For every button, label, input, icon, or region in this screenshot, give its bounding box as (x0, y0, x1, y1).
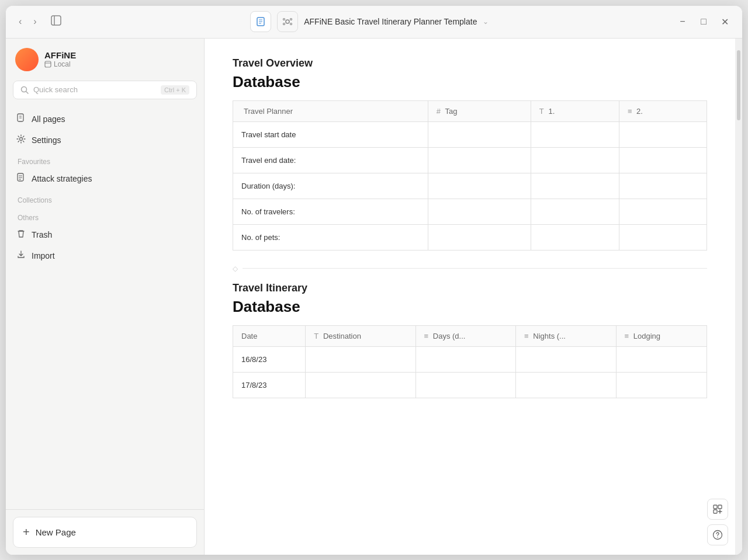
table-cell[interactable] (428, 224, 531, 250)
table-cell[interactable] (516, 372, 616, 398)
table-cell[interactable] (306, 372, 415, 398)
section-divider: ◇ (233, 265, 707, 273)
table-cell[interactable]: 17/8/23 (233, 372, 306, 398)
table-cell[interactable] (619, 173, 707, 199)
titlebar: ‹ › (6, 6, 742, 39)
sidebar-toggle-button[interactable] (47, 13, 65, 31)
table-cell[interactable] (428, 199, 531, 224)
travel-overview-title: Travel Overview (233, 57, 707, 69)
col-date: Date (233, 325, 306, 346)
scrollbar-thumb[interactable] (737, 50, 740, 120)
table-cell[interactable] (428, 147, 531, 173)
table-cell[interactable] (531, 147, 619, 173)
destination-col-icon: T (314, 332, 318, 340)
sidebar-item-all-pages[interactable]: All pages (11, 109, 199, 130)
table-cell[interactable] (616, 372, 707, 398)
attack-strategies-label: Attack strategies (32, 174, 92, 183)
titlebar-center: AFFiNE Basic Travel Itinerary Planner Te… (72, 11, 667, 32)
travel-itinerary-table: Date T Destination ≡ Days (d... (233, 325, 707, 398)
quick-search[interactable]: Quick search Ctrl + K (13, 81, 197, 99)
table-row: No. of travelers: (233, 199, 707, 224)
travel-overview-table: Travel Planner # Tag T 1. ≡ (233, 100, 707, 251)
table-cell[interactable]: Travel end date: (233, 147, 428, 173)
table-cell[interactable] (531, 173, 619, 199)
sidebar-item-trash[interactable]: Trash (11, 224, 199, 245)
table-cell[interactable]: Duration (days): (233, 173, 428, 199)
nav-buttons: ‹ › (15, 13, 65, 31)
table-cell[interactable] (516, 346, 616, 372)
table-cell[interactable] (531, 121, 619, 147)
col-travel-planner: Travel Planner (233, 100, 428, 121)
table-cell[interactable] (531, 224, 619, 250)
close-button[interactable]: ✕ (716, 13, 733, 30)
sidebar-item-attack-strategies[interactable]: Attack strategies (11, 168, 199, 189)
search-shortcut: Ctrl + K (161, 85, 189, 95)
sidebar-footer: + New Page (6, 509, 204, 555)
nights-col-icon: ≡ (524, 332, 529, 340)
col-lodging: ≡ Lodging (616, 325, 707, 346)
svg-point-29 (717, 537, 718, 538)
tag-col-icon: # (437, 107, 441, 116)
grid-add-button[interactable] (707, 499, 728, 520)
table-row: No. of pets: (233, 224, 707, 250)
help-button[interactable] (707, 524, 728, 545)
table-cell[interactable] (619, 224, 707, 250)
table-cell[interactable] (428, 121, 531, 147)
table-cell[interactable] (306, 346, 415, 372)
search-icon (20, 86, 29, 94)
table-cell[interactable]: Travel start date (233, 121, 428, 147)
attack-strategies-icon (16, 173, 26, 185)
minimize-button[interactable]: − (674, 13, 691, 30)
scrollbar[interactable] (735, 39, 742, 555)
table-cell[interactable]: 16/8/23 (233, 346, 306, 372)
table-cell[interactable] (619, 121, 707, 147)
svg-point-18 (20, 137, 23, 140)
days-col-icon: ≡ (424, 332, 429, 340)
table-row: 17/8/23 (233, 372, 707, 398)
edgeless-mode-button[interactable] (277, 11, 298, 32)
svg-rect-23 (714, 505, 717, 509)
table-cell[interactable] (428, 173, 531, 199)
back-button[interactable]: ‹ (15, 14, 25, 29)
travel-overview-db-label: Database (233, 73, 707, 91)
new-page-button[interactable]: + New Page (13, 517, 197, 548)
page-content-area[interactable]: Travel Overview Database Travel Planner … (205, 39, 735, 555)
svg-rect-0 (51, 16, 61, 25)
svg-line-14 (26, 91, 29, 93)
doc-mode-button[interactable] (250, 11, 271, 32)
svg-point-10 (290, 23, 292, 25)
svg-rect-25 (714, 510, 717, 513)
col-destination: T Destination (306, 325, 415, 346)
maximize-button[interactable]: □ (695, 13, 712, 30)
table-cell[interactable] (415, 372, 515, 398)
table-cell[interactable] (616, 346, 707, 372)
sidebar-item-settings[interactable]: Settings (11, 130, 199, 151)
settings-icon (16, 134, 26, 146)
settings-label: Settings (32, 135, 61, 145)
svg-rect-24 (718, 505, 722, 509)
table-cell[interactable]: No. of pets: (233, 224, 428, 250)
title-chevron-icon[interactable]: ⌄ (483, 18, 489, 26)
col-tag: # Tag (428, 100, 531, 121)
table-cell[interactable] (619, 199, 707, 224)
favourites-label: Favourites (11, 151, 199, 168)
svg-point-6 (286, 20, 289, 23)
table-cell[interactable] (619, 147, 707, 173)
main-layout: AFFiNE Local Quick search Ctrl (6, 39, 742, 555)
sidebar-item-import[interactable]: Import (11, 245, 199, 266)
travel-itinerary-db-label: Database (233, 298, 707, 316)
divider-line (243, 268, 707, 269)
workspace-avatar (15, 48, 39, 71)
main-content: Travel Overview Database Travel Planner … (205, 39, 742, 555)
divider-diamond-icon: ◇ (233, 265, 238, 273)
trash-icon (16, 229, 26, 241)
table-cell[interactable] (415, 346, 515, 372)
lodging-col-icon: ≡ (625, 332, 629, 340)
table-row: 16/8/23 (233, 346, 707, 372)
table-cell[interactable] (531, 199, 619, 224)
forward-button[interactable]: › (30, 14, 40, 29)
trash-label: Trash (32, 230, 52, 239)
collections-label: Collections (11, 189, 199, 207)
table-cell[interactable]: No. of travelers: (233, 199, 428, 224)
import-icon (16, 250, 26, 262)
